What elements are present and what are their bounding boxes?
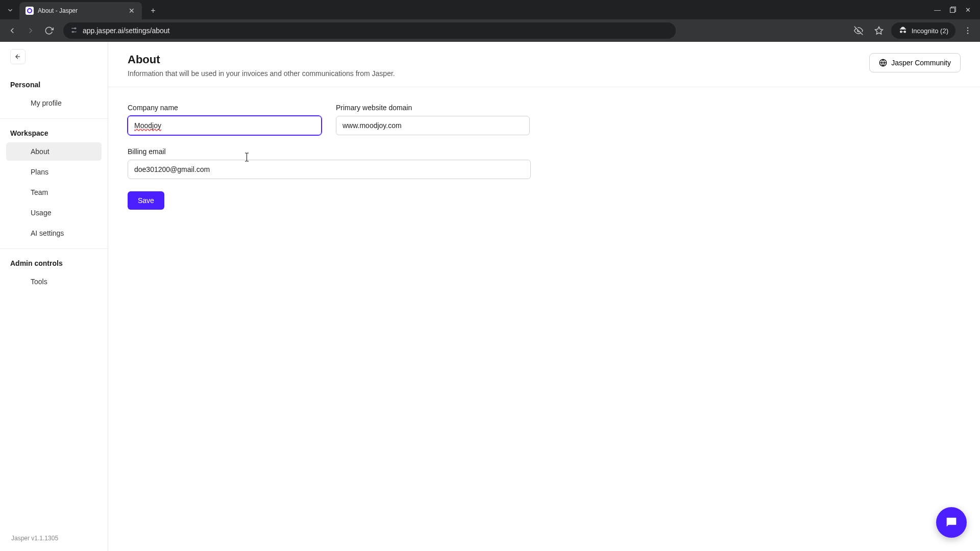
back-button[interactable] (4, 22, 20, 39)
window-controls: — ✕ (934, 0, 980, 19)
section-workspace-label: Workspace (0, 124, 108, 141)
sidebar-item-ai-settings[interactable]: AI settings (6, 224, 102, 242)
section-admin-label: Admin controls (0, 254, 108, 271)
main-content: About Information that will be used in y… (108, 42, 980, 551)
company-name-input[interactable]: Moodjoy (128, 116, 322, 135)
forward-button[interactable] (22, 22, 39, 39)
save-button[interactable]: Save (128, 191, 164, 210)
globe-icon (879, 59, 887, 67)
app-root: Personal My profile Workspace About Plan… (0, 42, 980, 551)
close-window-icon[interactable]: ✕ (965, 6, 971, 14)
maximize-icon[interactable] (950, 7, 956, 13)
section-personal-label: Personal (0, 76, 108, 93)
new-tab-button[interactable]: + (146, 4, 160, 18)
address-bar[interactable]: app.jasper.ai/settings/about (63, 22, 676, 39)
settings-sidebar: Personal My profile Workspace About Plan… (0, 42, 108, 551)
sidebar-item-my-profile[interactable]: My profile (6, 94, 102, 112)
tab-bar: About - Jasper ✕ + — ✕ (0, 0, 980, 19)
incognito-label: Incognito (2) (912, 27, 948, 35)
sidebar-version: Jasper v1.1.1305 (0, 525, 108, 551)
chat-launcher-button[interactable] (936, 507, 967, 538)
page-title: About (128, 53, 395, 66)
sidebar-back-button[interactable] (10, 49, 26, 64)
eye-off-icon[interactable] (850, 22, 867, 39)
page-subtitle: Information that will be used in your in… (128, 69, 395, 78)
site-settings-icon[interactable] (70, 27, 78, 35)
browser-tab[interactable]: About - Jasper ✕ (19, 2, 142, 19)
company-name-value: Moodjoy (134, 121, 161, 130)
kebab-menu-icon[interactable] (960, 22, 976, 39)
company-name-label: Company name (128, 104, 322, 112)
svg-point-12 (967, 33, 968, 34)
sidebar-divider (0, 118, 108, 119)
browser-chrome: About - Jasper ✕ + — ✕ app.jasper.ai/set… (0, 0, 980, 42)
svg-point-11 (967, 30, 968, 31)
sidebar.item-team[interactable]: Team (6, 183, 102, 202)
incognito-badge[interactable]: Incognito (2) (891, 22, 955, 39)
tab-search-dropdown[interactable] (3, 3, 17, 17)
svg-point-10 (967, 28, 968, 29)
browser-toolbar: app.jasper.ai/settings/about Incognito (… (0, 19, 980, 42)
page-header: About Information that will be used in y… (108, 42, 980, 87)
sidebar-item-plans[interactable]: Plans (6, 163, 102, 181)
primary-domain-label: Primary website domain (336, 104, 530, 112)
svg-marker-9 (875, 27, 883, 34)
primary-domain-input[interactable] (336, 116, 530, 135)
community-button-label: Jasper Community (891, 59, 951, 67)
sidebar-item-usage[interactable]: Usage (6, 204, 102, 222)
tab-close-icon[interactable]: ✕ (128, 7, 136, 15)
sidebar-divider (0, 248, 108, 249)
chat-icon (944, 515, 959, 530)
sidebar-item-tools[interactable]: Tools (6, 272, 102, 291)
tab-favicon (26, 7, 34, 15)
billing-email-input[interactable] (128, 160, 531, 179)
bookmark-star-icon[interactable] (871, 22, 887, 39)
jasper-community-button[interactable]: Jasper Community (869, 53, 961, 72)
billing-email-label: Billing email (128, 147, 531, 156)
sidebar-item-about[interactable]: About (6, 142, 102, 161)
tab-title: About - Jasper (38, 7, 124, 14)
svg-point-4 (75, 28, 76, 29)
reload-button[interactable] (41, 22, 57, 39)
url-text: app.jasper.ai/settings/about (83, 27, 669, 35)
svg-point-7 (72, 31, 74, 32)
svg-rect-1 (950, 8, 955, 13)
minimize-icon[interactable]: — (934, 6, 941, 14)
about-form: Company name Moodjoy Primary website dom… (108, 87, 980, 226)
